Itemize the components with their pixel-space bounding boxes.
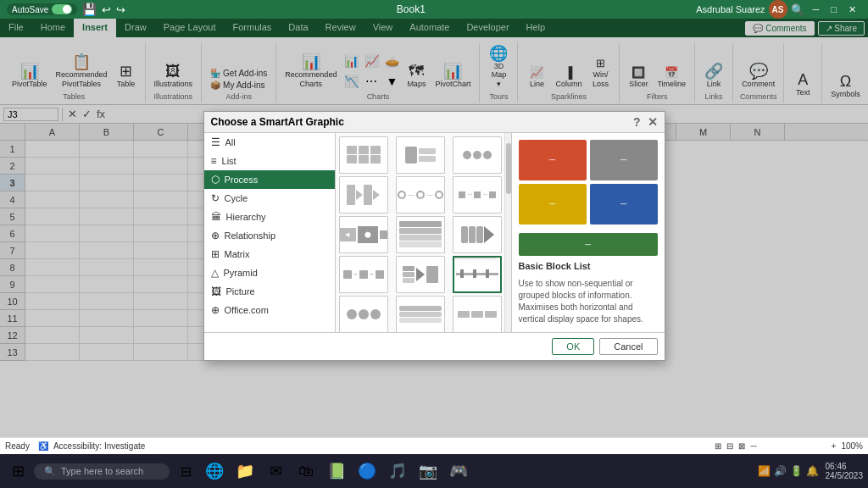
taskbar-pinned-apps: 🌐 📁 ✉ 🛍 📗 🔵 🎵 📷 🎮 [202,458,471,484]
all-icon: ☰ [211,136,220,148]
preview-box-4: ─ [590,184,658,225]
date: 24/5/2023 [826,471,864,480]
system-tray-icons: 📶 🔊 🔋 🔔 [758,465,819,477]
officecom-icon: ⊕ [211,304,220,316]
dialog-preview-panel: ─ ─ ─ ─ ─ Basic Block List Use to show n… [512,133,665,332]
dialog-overlay: Choose a SmartArt Graphic ? ✕ ☰ All ≡ Li… [0,19,868,469]
cat-process[interactable]: ⬡ Process [204,170,335,189]
sound-icon[interactable]: 🔊 [774,465,787,477]
cat-all[interactable]: ☰ All [204,133,335,152]
smartart-item-13[interactable] [339,296,388,332]
network-icon[interactable]: 📶 [758,465,771,477]
titlebar-right: Asdrubal Suarez AS 🔍 ─ □ ✕ [696,0,861,19]
search-icon[interactable]: 🔍 [791,3,804,16]
smartart-item-9[interactable] [453,216,502,253]
preview-thumbnails: ─ ─ ─ ─ [519,140,658,225]
notification-icon[interactable]: 🔔 [806,465,819,477]
dialog-titlebar: Choose a SmartArt Graphic ? ✕ [204,112,665,133]
clock[interactable]: 06:46 24/5/2023 [826,462,864,480]
taskbar-search[interactable]: 🔍 Type here to search [34,463,170,480]
save-icon[interactable]: 💾 [82,3,97,16]
zoom-slider[interactable] [760,445,828,448]
time: 06:46 [826,462,864,471]
smartart-item-5[interactable]: — — [396,176,445,214]
battery-icon[interactable]: 🔋 [790,465,803,477]
matrix-icon: ⊞ [211,248,220,260]
cat-list[interactable]: ≡ List [204,152,335,170]
taskbar-edge-icon[interactable]: 🌐 [202,458,227,484]
dialog-close-btn[interactable]: ✕ [648,115,658,129]
zoom-level: 100% [841,441,863,451]
taskbar-ps-icon[interactable]: 🎮 [446,458,471,484]
autosave-knob [63,5,71,14]
smartart-item-14[interactable] [396,296,445,332]
cat-pyramid[interactable]: △ Pyramid [204,263,335,282]
taskbar-camera-icon[interactable]: 📷 [415,458,441,484]
list-icon: ≡ [211,155,217,167]
taskbar-explorer-icon[interactable]: 📁 [232,458,258,484]
smartart-item-basic-block-list[interactable] [339,136,388,174]
cat-relationship[interactable]: ⊕ Relationship [204,226,335,245]
close-btn[interactable]: ✕ [843,3,861,17]
smartart-item-4[interactable] [339,176,388,214]
smartart-item-8[interactable] [396,216,445,253]
center-scrollbar[interactable] [504,133,511,332]
dialog-help-btn[interactable]: ? [633,115,641,129]
undo-icon[interactable]: ↩ [102,3,111,16]
preview-box-2: ─ [590,140,658,180]
task-view-btn[interactable]: ⊟ [173,458,198,484]
taskbar-excel-icon[interactable]: 📗 [324,458,349,484]
search-placeholder: Type here to search [61,466,143,476]
smartart-item-15[interactable] [453,296,502,332]
view-break-icon[interactable]: ⊠ [738,441,745,451]
windows-start-btn[interactable]: ⊞ [5,458,31,484]
window-controls: ─ □ ✕ [808,3,861,17]
maximize-btn[interactable]: □ [826,3,842,17]
smartart-item-2[interactable] [396,136,445,174]
smartart-item-3[interactable] [453,136,502,174]
accessibility-icon[interactable]: ♿ [38,441,48,451]
smartart-item-basic-timeline[interactable]: Basic Timeline [453,256,502,293]
smartart-item-7[interactable]: ◀ ⬤ [339,216,388,253]
center-scroll-thumb[interactable] [506,143,511,194]
user-name: Asdrubal Suarez [696,4,765,14]
dialog-title-right: ? ✕ [633,115,658,129]
taskbar-right: 📶 🔊 🔋 🔔 06:46 24/5/2023 [758,462,864,480]
taskbar-chrome-icon[interactable]: 🔵 [354,458,380,484]
smartart-item-11[interactable] [396,256,445,293]
smartart-item-10[interactable]: → → [339,256,388,293]
picture-icon: 🖼 [211,286,221,297]
minimize-btn[interactable]: ─ [808,3,825,17]
autosave-pill[interactable] [52,4,72,14]
autosave-toggle[interactable]: AutoSave [7,3,77,15]
dialog-categories-panel: ☰ All ≡ List ⬡ Process ↻ Cycle 🏛 Hier [204,133,336,332]
cat-cycle[interactable]: ↻ Cycle [204,189,335,208]
taskbar-store-icon[interactable]: 🛍 [293,458,319,484]
redo-icon[interactable]: ↪ [116,3,125,16]
dialog-body: ☰ All ≡ List ⬡ Process ↻ Cycle 🏛 Hier [204,133,665,332]
cat-picture[interactable]: 🖼 Picture [204,282,335,301]
titlebar-left: AutoSave 💾 ↩ ↪ [7,3,125,16]
dialog-ok-button[interactable]: OK [552,338,594,355]
accessibility-label[interactable]: Accessibility: Investigate [53,441,145,451]
preview-box-3: ─ [519,184,587,225]
cat-officecom[interactable]: ⊕ Office.com [204,301,335,319]
taskbar-mail-icon[interactable]: ✉ [263,458,288,484]
smartart-item-6[interactable]: ↔ ↔ [453,176,502,214]
selected-item-title: Basic Block List [519,261,658,271]
autosave-label: AutoSave [12,5,48,14]
search-icon: 🔍 [44,466,56,477]
choose-smartart-dialog: Choose a SmartArt Graphic ? ✕ ☰ All ≡ Li… [203,111,665,361]
dialog-cancel-button[interactable]: Cancel [599,338,657,355]
zoom-in-icon[interactable]: + [832,441,837,451]
cat-matrix[interactable]: ⊞ Matrix [204,245,335,263]
cycle-icon: ↻ [211,192,220,204]
zoom-out-icon[interactable]: ─ [750,441,756,451]
cat-hierarchy[interactable]: 🏛 Hierarchy [204,208,335,226]
preview-box-1: ─ [519,140,587,180]
taskbar-spotify-icon[interactable]: 🎵 [385,458,410,484]
zoom-thumb[interactable] [821,443,828,450]
user-avatar[interactable]: AS [769,0,787,19]
view-normal-icon[interactable]: ⊞ [715,441,721,451]
view-layout-icon[interactable]: ⊟ [726,441,733,451]
